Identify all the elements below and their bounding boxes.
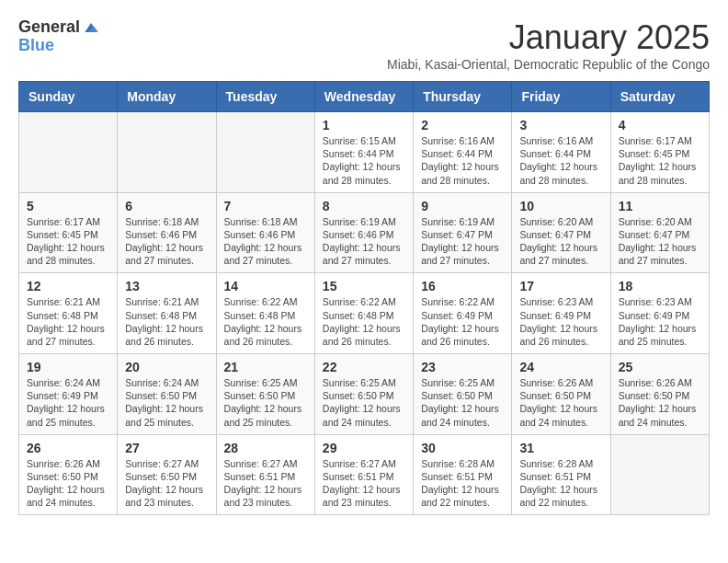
day-number: 29 — [323, 441, 405, 455]
header-saturday: Saturday — [610, 82, 709, 112]
day-info: Sunrise: 6:27 AM Sunset: 6:51 PM Dayligh… — [224, 457, 307, 510]
table-row: 4Sunrise: 6:17 AM Sunset: 6:45 PM Daylig… — [610, 112, 709, 193]
header-friday: Friday — [512, 82, 610, 112]
day-number: 16 — [421, 279, 504, 293]
day-info: Sunrise: 6:15 AM Sunset: 6:44 PM Dayligh… — [323, 134, 405, 187]
day-number: 26 — [27, 441, 109, 455]
day-number: 22 — [323, 360, 405, 374]
table-row: 14Sunrise: 6:22 AM Sunset: 6:48 PM Dayli… — [216, 273, 314, 354]
header-thursday: Thursday — [414, 82, 512, 112]
day-info: Sunrise: 6:21 AM Sunset: 6:48 PM Dayligh… — [27, 295, 109, 348]
calendar-week-row: 12Sunrise: 6:21 AM Sunset: 6:48 PM Dayli… — [19, 273, 710, 354]
day-info: Sunrise: 6:17 AM Sunset: 6:45 PM Dayligh… — [27, 215, 109, 268]
day-info: Sunrise: 6:18 AM Sunset: 6:46 PM Dayligh… — [125, 215, 208, 268]
day-info: Sunrise: 6:19 AM Sunset: 6:47 PM Dayligh… — [421, 215, 504, 268]
calendar-week-row: 26Sunrise: 6:26 AM Sunset: 6:50 PM Dayli… — [19, 434, 710, 515]
table-row: 28Sunrise: 6:27 AM Sunset: 6:51 PM Dayli… — [216, 434, 314, 515]
calendar-week-row: 1Sunrise: 6:15 AM Sunset: 6:44 PM Daylig… — [19, 112, 710, 193]
table-row: 17Sunrise: 6:23 AM Sunset: 6:49 PM Dayli… — [512, 273, 610, 354]
table-row: 21Sunrise: 6:25 AM Sunset: 6:50 PM Dayli… — [216, 354, 314, 435]
day-number: 12 — [27, 279, 109, 293]
table-row: 30Sunrise: 6:28 AM Sunset: 6:51 PM Dayli… — [414, 434, 512, 515]
table-row: 10Sunrise: 6:20 AM Sunset: 6:47 PM Dayli… — [512, 192, 610, 273]
day-info: Sunrise: 6:25 AM Sunset: 6:50 PM Dayligh… — [224, 376, 307, 429]
header-monday: Monday — [118, 82, 216, 112]
table-row: 23Sunrise: 6:25 AM Sunset: 6:50 PM Dayli… — [414, 354, 512, 435]
day-info: Sunrise: 6:27 AM Sunset: 6:50 PM Dayligh… — [125, 457, 208, 510]
table-row: 25Sunrise: 6:26 AM Sunset: 6:50 PM Dayli… — [610, 354, 709, 435]
table-row: 29Sunrise: 6:27 AM Sunset: 6:51 PM Dayli… — [314, 434, 413, 515]
title-section: January 2025 Miabi, Kasai-Oriental, Demo… — [387, 18, 710, 72]
day-info: Sunrise: 6:28 AM Sunset: 6:51 PM Dayligh… — [421, 457, 504, 510]
day-number: 20 — [125, 360, 208, 374]
table-row: 8Sunrise: 6:19 AM Sunset: 6:46 PM Daylig… — [314, 192, 413, 273]
month-title: January 2025 — [387, 18, 710, 57]
day-info: Sunrise: 6:23 AM Sunset: 6:49 PM Dayligh… — [619, 295, 701, 348]
table-row: 20Sunrise: 6:24 AM Sunset: 6:50 PM Dayli… — [118, 354, 216, 435]
table-row: 3Sunrise: 6:16 AM Sunset: 6:44 PM Daylig… — [512, 112, 610, 193]
logo-general: General — [18, 18, 80, 37]
day-info: Sunrise: 6:22 AM Sunset: 6:48 PM Dayligh… — [224, 295, 307, 348]
day-number: 1 — [323, 118, 405, 132]
calendar-body: 1Sunrise: 6:15 AM Sunset: 6:44 PM Daylig… — [19, 112, 710, 515]
day-info: Sunrise: 6:19 AM Sunset: 6:46 PM Dayligh… — [323, 215, 405, 268]
table-row: 27Sunrise: 6:27 AM Sunset: 6:50 PM Dayli… — [118, 434, 216, 515]
calendar-table: Sunday Monday Tuesday Wednesday Thursday… — [18, 81, 710, 515]
day-info: Sunrise: 6:26 AM Sunset: 6:50 PM Dayligh… — [27, 457, 109, 510]
day-number: 9 — [421, 199, 504, 213]
day-info: Sunrise: 6:22 AM Sunset: 6:49 PM Dayligh… — [421, 295, 504, 348]
table-row: 18Sunrise: 6:23 AM Sunset: 6:49 PM Dayli… — [610, 273, 709, 354]
day-number: 18 — [619, 279, 701, 293]
day-info: Sunrise: 6:20 AM Sunset: 6:47 PM Dayligh… — [619, 215, 701, 268]
day-info: Sunrise: 6:17 AM Sunset: 6:45 PM Dayligh… — [619, 134, 701, 187]
table-row: 16Sunrise: 6:22 AM Sunset: 6:49 PM Dayli… — [414, 273, 512, 354]
day-number: 19 — [27, 360, 109, 374]
logo-icon — [82, 18, 100, 37]
day-info: Sunrise: 6:21 AM Sunset: 6:48 PM Dayligh… — [125, 295, 208, 348]
table-row: 31Sunrise: 6:28 AM Sunset: 6:51 PM Dayli… — [512, 434, 610, 515]
day-number: 31 — [519, 441, 602, 455]
day-info: Sunrise: 6:25 AM Sunset: 6:50 PM Dayligh… — [421, 376, 504, 429]
day-number: 11 — [619, 199, 701, 213]
day-info: Sunrise: 6:28 AM Sunset: 6:51 PM Dayligh… — [519, 457, 602, 510]
day-info: Sunrise: 6:24 AM Sunset: 6:50 PM Dayligh… — [125, 376, 208, 429]
table-row: 2Sunrise: 6:16 AM Sunset: 6:44 PM Daylig… — [414, 112, 512, 193]
table-row: 6Sunrise: 6:18 AM Sunset: 6:46 PM Daylig… — [118, 192, 216, 273]
day-number: 7 — [224, 199, 307, 213]
day-number: 8 — [323, 199, 405, 213]
day-number: 13 — [125, 279, 208, 293]
day-number: 27 — [125, 441, 208, 455]
calendar-week-row: 19Sunrise: 6:24 AM Sunset: 6:49 PM Dayli… — [19, 354, 710, 435]
day-number: 24 — [519, 360, 602, 374]
day-info: Sunrise: 6:24 AM Sunset: 6:49 PM Dayligh… — [27, 376, 109, 429]
day-info: Sunrise: 6:27 AM Sunset: 6:51 PM Dayligh… — [323, 457, 405, 510]
logo-blue: Blue — [18, 37, 100, 55]
day-number: 30 — [421, 441, 504, 455]
table-row: 1Sunrise: 6:15 AM Sunset: 6:44 PM Daylig… — [314, 112, 413, 193]
table-row: 13Sunrise: 6:21 AM Sunset: 6:48 PM Dayli… — [118, 273, 216, 354]
day-number: 21 — [224, 360, 307, 374]
day-number: 17 — [519, 279, 602, 293]
logo: General Blue — [18, 18, 100, 55]
table-row: 11Sunrise: 6:20 AM Sunset: 6:47 PM Dayli… — [610, 192, 709, 273]
day-info: Sunrise: 6:22 AM Sunset: 6:48 PM Dayligh… — [323, 295, 405, 348]
table-row: 26Sunrise: 6:26 AM Sunset: 6:50 PM Dayli… — [19, 434, 118, 515]
table-row: 15Sunrise: 6:22 AM Sunset: 6:48 PM Dayli… — [314, 273, 413, 354]
header-tuesday: Tuesday — [216, 82, 314, 112]
table-row — [118, 112, 216, 193]
calendar-week-row: 5Sunrise: 6:17 AM Sunset: 6:45 PM Daylig… — [19, 192, 710, 273]
day-info: Sunrise: 6:26 AM Sunset: 6:50 PM Dayligh… — [619, 376, 701, 429]
table-row — [610, 434, 709, 515]
table-row: 12Sunrise: 6:21 AM Sunset: 6:48 PM Dayli… — [19, 273, 118, 354]
logo-text: General Blue — [18, 18, 100, 55]
table-row: 24Sunrise: 6:26 AM Sunset: 6:50 PM Dayli… — [512, 354, 610, 435]
table-row: 22Sunrise: 6:25 AM Sunset: 6:50 PM Dayli… — [314, 354, 413, 435]
page-header: General Blue January 2025 Miabi, Kasai-O… — [18, 18, 710, 72]
day-info: Sunrise: 6:20 AM Sunset: 6:47 PM Dayligh… — [519, 215, 602, 268]
day-number: 14 — [224, 279, 307, 293]
day-number: 4 — [619, 118, 701, 132]
day-number: 25 — [619, 360, 701, 374]
day-info: Sunrise: 6:18 AM Sunset: 6:46 PM Dayligh… — [224, 215, 307, 268]
day-info: Sunrise: 6:23 AM Sunset: 6:49 PM Dayligh… — [519, 295, 602, 348]
header-wednesday: Wednesday — [314, 82, 413, 112]
